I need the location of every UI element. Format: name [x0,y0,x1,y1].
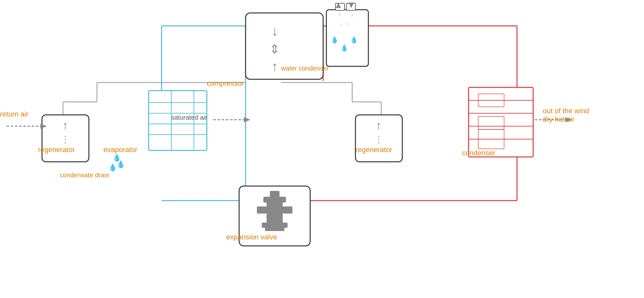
svg-rect-58 [265,227,284,231]
label-return-air: return air [0,110,28,118]
svg-text:↑: ↑ [376,119,382,132]
label-regenerator-right: regenerator [355,146,392,154]
svg-text:⋮: ⋮ [374,134,383,144]
diagram-container: ↑ ⋮ ↓ ⇕ ↑ ↑ ↓ 💧 💧 💧 ↑ ↓ [0,0,644,298]
svg-text:↑: ↑ [338,12,341,17]
svg-text:↓: ↓ [271,23,278,39]
label-water-condenser: water condenser [281,65,329,72]
svg-rect-54 [270,191,280,197]
svg-text:⇕: ⇕ [269,42,280,56]
svg-text:↑: ↑ [62,119,68,132]
label-out-of-wind: out of the wind dry hot air [543,107,589,124]
svg-text:↑: ↑ [271,59,278,74]
svg-marker-62 [244,117,250,122]
label-condensate-drain: condensate drain [60,171,109,179]
svg-text:💧: 💧 [116,160,125,169]
svg-text:💧: 💧 [331,36,339,44]
svg-rect-57 [262,223,288,228]
label-evaporator: evaporator [103,146,137,154]
diagram-svg: ↑ ⋮ ↓ ⇕ ↑ ↑ ↓ 💧 💧 💧 ↑ ↓ [0,0,644,298]
svg-rect-56 [283,206,292,214]
svg-text:💧: 💧 [340,44,348,52]
svg-rect-55 [257,206,267,214]
svg-text:💧: 💧 [350,36,358,44]
svg-text:⋮: ⋮ [61,134,70,144]
label-saturated-air: saturated air [171,114,207,121]
label-regenerator-left: regenerator [38,146,75,154]
svg-text:💧: 💧 [108,163,117,172]
svg-rect-52 [267,201,283,223]
svg-text:↓: ↓ [351,12,354,17]
label-compressor: compressor [207,79,244,88]
label-expansion-valve: expansion valve [226,233,277,241]
svg-rect-53 [263,197,286,203]
label-condenser: condenser [462,149,495,157]
svg-text:↑: ↑ [346,22,349,27]
svg-text:↓: ↓ [340,22,342,27]
